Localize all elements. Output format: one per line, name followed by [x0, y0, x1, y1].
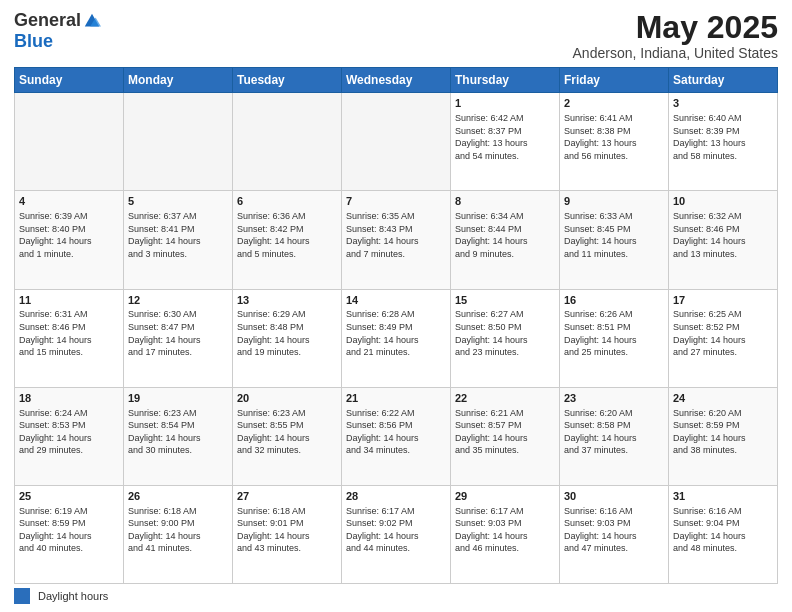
calendar-cell: 5Sunrise: 6:37 AM Sunset: 8:41 PM Daylig… — [124, 191, 233, 289]
day-number: 25 — [19, 489, 119, 504]
day-number: 23 — [564, 391, 664, 406]
cell-info: Sunrise: 6:28 AM Sunset: 8:49 PM Dayligh… — [346, 308, 446, 358]
calendar-cell: 9Sunrise: 6:33 AM Sunset: 8:45 PM Daylig… — [560, 191, 669, 289]
day-number: 17 — [673, 293, 773, 308]
cell-info: Sunrise: 6:24 AM Sunset: 8:53 PM Dayligh… — [19, 407, 119, 457]
footer: Daylight hours — [14, 588, 778, 604]
day-number: 5 — [128, 194, 228, 209]
title-section: May 2025 Anderson, Indiana, United State… — [573, 10, 778, 61]
day-number: 2 — [564, 96, 664, 111]
calendar-cell: 31Sunrise: 6:16 AM Sunset: 9:04 PM Dayli… — [669, 485, 778, 583]
calendar-cell: 1Sunrise: 6:42 AM Sunset: 8:37 PM Daylig… — [451, 93, 560, 191]
header-saturday: Saturday — [669, 68, 778, 93]
daylight-box-icon — [14, 588, 30, 604]
calendar-cell: 3Sunrise: 6:40 AM Sunset: 8:39 PM Daylig… — [669, 93, 778, 191]
cell-info: Sunrise: 6:41 AM Sunset: 8:38 PM Dayligh… — [564, 112, 664, 162]
day-number: 8 — [455, 194, 555, 209]
day-number: 22 — [455, 391, 555, 406]
calendar-week-row: 18Sunrise: 6:24 AM Sunset: 8:53 PM Dayli… — [15, 387, 778, 485]
cell-info: Sunrise: 6:25 AM Sunset: 8:52 PM Dayligh… — [673, 308, 773, 358]
day-number: 4 — [19, 194, 119, 209]
cell-info: Sunrise: 6:17 AM Sunset: 9:03 PM Dayligh… — [455, 505, 555, 555]
cell-info: Sunrise: 6:37 AM Sunset: 8:41 PM Dayligh… — [128, 210, 228, 260]
day-number: 9 — [564, 194, 664, 209]
cell-info: Sunrise: 6:27 AM Sunset: 8:50 PM Dayligh… — [455, 308, 555, 358]
day-number: 29 — [455, 489, 555, 504]
cell-info: Sunrise: 6:42 AM Sunset: 8:37 PM Dayligh… — [455, 112, 555, 162]
header-friday: Friday — [560, 68, 669, 93]
day-number: 21 — [346, 391, 446, 406]
calendar-cell — [15, 93, 124, 191]
day-number: 20 — [237, 391, 337, 406]
calendar-table: Sunday Monday Tuesday Wednesday Thursday… — [14, 67, 778, 584]
cell-info: Sunrise: 6:33 AM Sunset: 8:45 PM Dayligh… — [564, 210, 664, 260]
calendar-cell: 22Sunrise: 6:21 AM Sunset: 8:57 PM Dayli… — [451, 387, 560, 485]
cell-info: Sunrise: 6:36 AM Sunset: 8:42 PM Dayligh… — [237, 210, 337, 260]
calendar-cell — [124, 93, 233, 191]
cell-info: Sunrise: 6:22 AM Sunset: 8:56 PM Dayligh… — [346, 407, 446, 457]
day-number: 1 — [455, 96, 555, 111]
calendar-cell: 10Sunrise: 6:32 AM Sunset: 8:46 PM Dayli… — [669, 191, 778, 289]
calendar-cell: 25Sunrise: 6:19 AM Sunset: 8:59 PM Dayli… — [15, 485, 124, 583]
header-sunday: Sunday — [15, 68, 124, 93]
calendar-cell: 4Sunrise: 6:39 AM Sunset: 8:40 PM Daylig… — [15, 191, 124, 289]
cell-info: Sunrise: 6:34 AM Sunset: 8:44 PM Dayligh… — [455, 210, 555, 260]
cell-info: Sunrise: 6:35 AM Sunset: 8:43 PM Dayligh… — [346, 210, 446, 260]
day-number: 19 — [128, 391, 228, 406]
day-number: 27 — [237, 489, 337, 504]
logo: General Blue — [14, 10, 101, 52]
day-number: 13 — [237, 293, 337, 308]
cell-info: Sunrise: 6:26 AM Sunset: 8:51 PM Dayligh… — [564, 308, 664, 358]
day-number: 28 — [346, 489, 446, 504]
calendar-cell: 30Sunrise: 6:16 AM Sunset: 9:03 PM Dayli… — [560, 485, 669, 583]
calendar-cell: 18Sunrise: 6:24 AM Sunset: 8:53 PM Dayli… — [15, 387, 124, 485]
cell-info: Sunrise: 6:31 AM Sunset: 8:46 PM Dayligh… — [19, 308, 119, 358]
month-title: May 2025 — [573, 10, 778, 45]
calendar-cell: 13Sunrise: 6:29 AM Sunset: 8:48 PM Dayli… — [233, 289, 342, 387]
cell-info: Sunrise: 6:23 AM Sunset: 8:54 PM Dayligh… — [128, 407, 228, 457]
day-number: 24 — [673, 391, 773, 406]
day-number: 16 — [564, 293, 664, 308]
day-number: 6 — [237, 194, 337, 209]
cell-info: Sunrise: 6:29 AM Sunset: 8:48 PM Dayligh… — [237, 308, 337, 358]
cell-info: Sunrise: 6:39 AM Sunset: 8:40 PM Dayligh… — [19, 210, 119, 260]
header-wednesday: Wednesday — [342, 68, 451, 93]
cell-info: Sunrise: 6:40 AM Sunset: 8:39 PM Dayligh… — [673, 112, 773, 162]
calendar-cell: 20Sunrise: 6:23 AM Sunset: 8:55 PM Dayli… — [233, 387, 342, 485]
day-number: 7 — [346, 194, 446, 209]
day-number: 31 — [673, 489, 773, 504]
cell-info: Sunrise: 6:19 AM Sunset: 8:59 PM Dayligh… — [19, 505, 119, 555]
calendar-cell: 14Sunrise: 6:28 AM Sunset: 8:49 PM Dayli… — [342, 289, 451, 387]
calendar-cell: 11Sunrise: 6:31 AM Sunset: 8:46 PM Dayli… — [15, 289, 124, 387]
calendar-cell: 21Sunrise: 6:22 AM Sunset: 8:56 PM Dayli… — [342, 387, 451, 485]
location-subtitle: Anderson, Indiana, United States — [573, 45, 778, 61]
day-number: 3 — [673, 96, 773, 111]
calendar-cell: 27Sunrise: 6:18 AM Sunset: 9:01 PM Dayli… — [233, 485, 342, 583]
header-tuesday: Tuesday — [233, 68, 342, 93]
logo-blue-text: Blue — [14, 31, 53, 52]
calendar-week-row: 25Sunrise: 6:19 AM Sunset: 8:59 PM Dayli… — [15, 485, 778, 583]
calendar-cell: 15Sunrise: 6:27 AM Sunset: 8:50 PM Dayli… — [451, 289, 560, 387]
calendar-cell: 6Sunrise: 6:36 AM Sunset: 8:42 PM Daylig… — [233, 191, 342, 289]
calendar-week-row: 4Sunrise: 6:39 AM Sunset: 8:40 PM Daylig… — [15, 191, 778, 289]
day-number: 11 — [19, 293, 119, 308]
cell-info: Sunrise: 6:18 AM Sunset: 9:00 PM Dayligh… — [128, 505, 228, 555]
page: General Blue May 2025 Anderson, Indiana,… — [0, 0, 792, 612]
header: General Blue May 2025 Anderson, Indiana,… — [14, 10, 778, 61]
header-monday: Monday — [124, 68, 233, 93]
cell-info: Sunrise: 6:21 AM Sunset: 8:57 PM Dayligh… — [455, 407, 555, 457]
cell-info: Sunrise: 6:23 AM Sunset: 8:55 PM Dayligh… — [237, 407, 337, 457]
day-number: 15 — [455, 293, 555, 308]
calendar-cell: 19Sunrise: 6:23 AM Sunset: 8:54 PM Dayli… — [124, 387, 233, 485]
calendar-cell: 8Sunrise: 6:34 AM Sunset: 8:44 PM Daylig… — [451, 191, 560, 289]
calendar-cell: 17Sunrise: 6:25 AM Sunset: 8:52 PM Dayli… — [669, 289, 778, 387]
calendar-cell: 7Sunrise: 6:35 AM Sunset: 8:43 PM Daylig… — [342, 191, 451, 289]
calendar-cell: 23Sunrise: 6:20 AM Sunset: 8:58 PM Dayli… — [560, 387, 669, 485]
calendar-cell: 24Sunrise: 6:20 AM Sunset: 8:59 PM Dayli… — [669, 387, 778, 485]
calendar-cell: 29Sunrise: 6:17 AM Sunset: 9:03 PM Dayli… — [451, 485, 560, 583]
calendar-cell — [342, 93, 451, 191]
cell-info: Sunrise: 6:20 AM Sunset: 8:58 PM Dayligh… — [564, 407, 664, 457]
daylight-label: Daylight hours — [38, 590, 108, 602]
cell-info: Sunrise: 6:30 AM Sunset: 8:47 PM Dayligh… — [128, 308, 228, 358]
day-number: 30 — [564, 489, 664, 504]
